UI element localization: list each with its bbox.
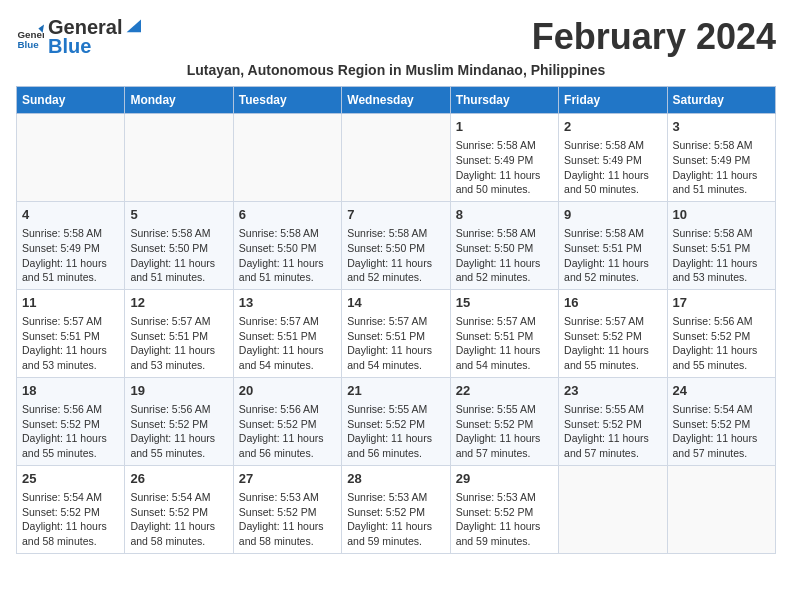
day-number: 2	[564, 118, 661, 136]
calendar-cell: 5Sunrise: 5:58 AMSunset: 5:50 PMDaylight…	[125, 201, 233, 289]
calendar-cell: 24Sunrise: 5:54 AMSunset: 5:52 PMDayligh…	[667, 377, 775, 465]
month-title: February 2024	[532, 16, 776, 58]
day-info: Sunrise: 5:54 AMSunset: 5:52 PMDaylight:…	[673, 402, 770, 461]
day-number: 7	[347, 206, 444, 224]
day-number: 9	[564, 206, 661, 224]
calendar-cell: 23Sunrise: 5:55 AMSunset: 5:52 PMDayligh…	[559, 377, 667, 465]
calendar-week-row: 1Sunrise: 5:58 AMSunset: 5:49 PMDaylight…	[17, 114, 776, 202]
calendar-cell: 17Sunrise: 5:56 AMSunset: 5:52 PMDayligh…	[667, 289, 775, 377]
calendar-cell: 28Sunrise: 5:53 AMSunset: 5:52 PMDayligh…	[342, 465, 450, 553]
calendar-cell: 6Sunrise: 5:58 AMSunset: 5:50 PMDaylight…	[233, 201, 341, 289]
calendar-cell: 25Sunrise: 5:54 AMSunset: 5:52 PMDayligh…	[17, 465, 125, 553]
day-info: Sunrise: 5:56 AMSunset: 5:52 PMDaylight:…	[22, 402, 119, 461]
calendar-cell: 21Sunrise: 5:55 AMSunset: 5:52 PMDayligh…	[342, 377, 450, 465]
calendar-cell: 10Sunrise: 5:58 AMSunset: 5:51 PMDayligh…	[667, 201, 775, 289]
column-header-saturday: Saturday	[667, 87, 775, 114]
day-number: 6	[239, 206, 336, 224]
day-info: Sunrise: 5:55 AMSunset: 5:52 PMDaylight:…	[456, 402, 553, 461]
calendar-week-row: 11Sunrise: 5:57 AMSunset: 5:51 PMDayligh…	[17, 289, 776, 377]
calendar-cell	[125, 114, 233, 202]
day-info: Sunrise: 5:54 AMSunset: 5:52 PMDaylight:…	[22, 490, 119, 549]
day-info: Sunrise: 5:58 AMSunset: 5:50 PMDaylight:…	[456, 226, 553, 285]
day-info: Sunrise: 5:57 AMSunset: 5:52 PMDaylight:…	[564, 314, 661, 373]
calendar-cell: 16Sunrise: 5:57 AMSunset: 5:52 PMDayligh…	[559, 289, 667, 377]
column-header-sunday: Sunday	[17, 87, 125, 114]
calendar-cell	[667, 465, 775, 553]
calendar-week-row: 4Sunrise: 5:58 AMSunset: 5:49 PMDaylight…	[17, 201, 776, 289]
calendar-cell: 14Sunrise: 5:57 AMSunset: 5:51 PMDayligh…	[342, 289, 450, 377]
calendar-cell: 29Sunrise: 5:53 AMSunset: 5:52 PMDayligh…	[450, 465, 558, 553]
calendar-cell: 3Sunrise: 5:58 AMSunset: 5:49 PMDaylight…	[667, 114, 775, 202]
calendar-cell: 11Sunrise: 5:57 AMSunset: 5:51 PMDayligh…	[17, 289, 125, 377]
day-info: Sunrise: 5:57 AMSunset: 5:51 PMDaylight:…	[130, 314, 227, 373]
day-info: Sunrise: 5:57 AMSunset: 5:51 PMDaylight:…	[347, 314, 444, 373]
day-number: 8	[456, 206, 553, 224]
day-info: Sunrise: 5:53 AMSunset: 5:52 PMDaylight:…	[239, 490, 336, 549]
calendar-cell: 15Sunrise: 5:57 AMSunset: 5:51 PMDayligh…	[450, 289, 558, 377]
calendar-cell: 7Sunrise: 5:58 AMSunset: 5:50 PMDaylight…	[342, 201, 450, 289]
day-number: 3	[673, 118, 770, 136]
day-number: 5	[130, 206, 227, 224]
calendar-week-row: 18Sunrise: 5:56 AMSunset: 5:52 PMDayligh…	[17, 377, 776, 465]
day-info: Sunrise: 5:58 AMSunset: 5:50 PMDaylight:…	[347, 226, 444, 285]
day-info: Sunrise: 5:58 AMSunset: 5:50 PMDaylight:…	[130, 226, 227, 285]
day-number: 18	[22, 382, 119, 400]
svg-text:Blue: Blue	[17, 39, 39, 50]
calendar-cell	[559, 465, 667, 553]
calendar-cell: 13Sunrise: 5:57 AMSunset: 5:51 PMDayligh…	[233, 289, 341, 377]
day-info: Sunrise: 5:56 AMSunset: 5:52 PMDaylight:…	[673, 314, 770, 373]
column-header-tuesday: Tuesday	[233, 87, 341, 114]
day-info: Sunrise: 5:56 AMSunset: 5:52 PMDaylight:…	[239, 402, 336, 461]
day-number: 19	[130, 382, 227, 400]
day-number: 17	[673, 294, 770, 312]
calendar-cell: 27Sunrise: 5:53 AMSunset: 5:52 PMDayligh…	[233, 465, 341, 553]
day-number: 24	[673, 382, 770, 400]
day-number: 12	[130, 294, 227, 312]
calendar-cell: 9Sunrise: 5:58 AMSunset: 5:51 PMDaylight…	[559, 201, 667, 289]
calendar-cell: 1Sunrise: 5:58 AMSunset: 5:49 PMDaylight…	[450, 114, 558, 202]
day-info: Sunrise: 5:58 AMSunset: 5:49 PMDaylight:…	[564, 138, 661, 197]
logo-triangle-icon	[123, 16, 141, 34]
day-info: Sunrise: 5:58 AMSunset: 5:51 PMDaylight:…	[564, 226, 661, 285]
calendar-cell: 22Sunrise: 5:55 AMSunset: 5:52 PMDayligh…	[450, 377, 558, 465]
day-number: 26	[130, 470, 227, 488]
day-number: 21	[347, 382, 444, 400]
day-info: Sunrise: 5:57 AMSunset: 5:51 PMDaylight:…	[22, 314, 119, 373]
calendar-cell	[342, 114, 450, 202]
day-number: 20	[239, 382, 336, 400]
calendar-cell: 8Sunrise: 5:58 AMSunset: 5:50 PMDaylight…	[450, 201, 558, 289]
column-header-thursday: Thursday	[450, 87, 558, 114]
day-info: Sunrise: 5:53 AMSunset: 5:52 PMDaylight:…	[347, 490, 444, 549]
calendar-cell: 4Sunrise: 5:58 AMSunset: 5:49 PMDaylight…	[17, 201, 125, 289]
day-number: 25	[22, 470, 119, 488]
calendar-subtitle: Lutayan, Autonomous Region in Muslim Min…	[16, 62, 776, 78]
header: General Blue General Blue February 2024	[16, 16, 776, 58]
day-number: 22	[456, 382, 553, 400]
calendar-cell: 20Sunrise: 5:56 AMSunset: 5:52 PMDayligh…	[233, 377, 341, 465]
calendar-cell: 19Sunrise: 5:56 AMSunset: 5:52 PMDayligh…	[125, 377, 233, 465]
column-header-wednesday: Wednesday	[342, 87, 450, 114]
day-number: 29	[456, 470, 553, 488]
day-info: Sunrise: 5:58 AMSunset: 5:49 PMDaylight:…	[673, 138, 770, 197]
day-info: Sunrise: 5:58 AMSunset: 5:50 PMDaylight:…	[239, 226, 336, 285]
day-info: Sunrise: 5:55 AMSunset: 5:52 PMDaylight:…	[347, 402, 444, 461]
calendar-cell: 26Sunrise: 5:54 AMSunset: 5:52 PMDayligh…	[125, 465, 233, 553]
day-info: Sunrise: 5:58 AMSunset: 5:51 PMDaylight:…	[673, 226, 770, 285]
day-info: Sunrise: 5:58 AMSunset: 5:49 PMDaylight:…	[22, 226, 119, 285]
day-number: 13	[239, 294, 336, 312]
logo-icon: General Blue	[16, 23, 44, 51]
calendar-cell: 2Sunrise: 5:58 AMSunset: 5:49 PMDaylight…	[559, 114, 667, 202]
day-number: 28	[347, 470, 444, 488]
calendar-table: SundayMondayTuesdayWednesdayThursdayFrid…	[16, 86, 776, 554]
day-info: Sunrise: 5:54 AMSunset: 5:52 PMDaylight:…	[130, 490, 227, 549]
day-number: 4	[22, 206, 119, 224]
column-header-monday: Monday	[125, 87, 233, 114]
day-info: Sunrise: 5:57 AMSunset: 5:51 PMDaylight:…	[456, 314, 553, 373]
column-header-friday: Friday	[559, 87, 667, 114]
logo: General Blue General Blue	[16, 16, 142, 58]
day-info: Sunrise: 5:56 AMSunset: 5:52 PMDaylight:…	[130, 402, 227, 461]
svg-marker-3	[127, 20, 141, 33]
day-number: 10	[673, 206, 770, 224]
day-number: 11	[22, 294, 119, 312]
day-info: Sunrise: 5:53 AMSunset: 5:52 PMDaylight:…	[456, 490, 553, 549]
